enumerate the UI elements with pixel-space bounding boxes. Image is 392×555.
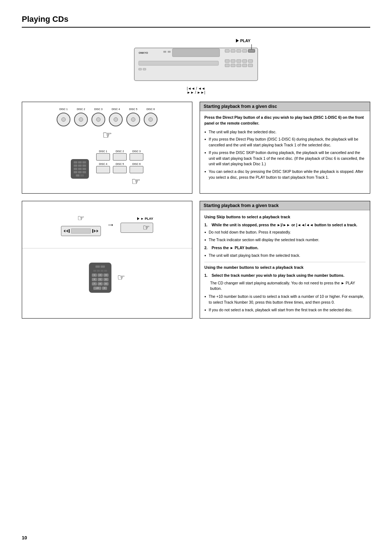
remote-disc6-label: DISC 6 — [132, 163, 141, 165]
num-btn-2: 2 — [98, 274, 103, 277]
hand-pointing-disc: ☞ — [102, 129, 112, 141]
subsection1-skip: Using Skip buttons to select a playback … — [204, 214, 366, 258]
disc5-label: DISC 5 — [126, 108, 140, 110]
hand-pointing-remote: ☞ — [131, 175, 140, 187]
top-diagram-area: PLAY ONKYO — [22, 39, 370, 94]
subsection1-steps: 1. While the unit is stopped, press the … — [204, 222, 366, 228]
num-btn-5: 5 — [98, 278, 103, 281]
section2-header: Starting playback from a given track — [200, 201, 370, 210]
svg-rect-14 — [231, 60, 235, 62]
num-btn-plus10: +10 — [93, 287, 101, 290]
section1-intro: Press the Direct Play button of a disc y… — [204, 115, 366, 126]
num-btn-1: 1 — [92, 274, 97, 277]
svg-rect-7 — [237, 49, 241, 52]
section-divider — [204, 262, 366, 262]
disc-diagram-box: DISC 1 DISC 2 DISC 3 DISC 4 DISC 5 DISC … — [22, 102, 192, 194]
svg-rect-20 — [237, 64, 241, 67]
svg-rect-5 — [225, 49, 229, 52]
subsection2-step1: 1. Select the track number you wish to p… — [204, 273, 366, 279]
num-btn-9: 9 — [103, 282, 109, 285]
subsection1-step2-bullet: The unit will start playing back from th… — [204, 253, 366, 259]
subsection1-bullets: Do not hold down the button. Press it re… — [204, 230, 366, 243]
svg-text:ONKYO: ONKYO — [139, 52, 148, 54]
subsection2-bullets: The +10 number button is used to select … — [204, 294, 366, 313]
remote-disc1-label: DISC 1 — [99, 150, 107, 153]
section1-text-box: Starting playback from a given disc Pres… — [200, 102, 370, 194]
svg-rect-22 — [248, 64, 253, 67]
page-title: Playing CDs — [22, 15, 370, 28]
disc2-button — [74, 113, 88, 126]
remote-disc4-label: DISC 4 — [99, 163, 107, 165]
skip-back-label: |◄◄ / ◄◄ — [187, 86, 205, 90]
section2-text-box: Starting playback from a given track Usi… — [200, 201, 370, 319]
skip-fwd-label: ►► / ►►| — [187, 90, 205, 94]
svg-rect-21 — [242, 64, 247, 67]
remote-disc5-label: DISC 5 — [116, 163, 124, 165]
subsection1-step2: 2. Press the ► PLAY button. — [204, 245, 366, 251]
disc3-button — [91, 113, 105, 126]
num-btn-6: 6 — [103, 278, 109, 281]
svg-rect-16 — [242, 60, 247, 62]
hand-skip: ☞ — [77, 214, 85, 223]
disc5-button — [126, 113, 140, 126]
svg-rect-10 — [139, 61, 219, 65]
remote-control-disc — [71, 159, 89, 179]
subsection2-step1-text: The CD changer will start playing automa… — [204, 280, 366, 292]
svg-rect-11 — [139, 68, 142, 70]
disc1-button — [57, 113, 70, 126]
subsection2-number: Using the number buttons to select a pla… — [204, 264, 366, 313]
sub1-bullet-1: The Track indicator section will display… — [204, 237, 366, 243]
bottom-section: ☞ → — [22, 201, 370, 319]
play-arrow-icon — [236, 39, 239, 42]
sub2-bullet-0: The +10 number button is used to select … — [204, 294, 366, 305]
num-btn-3: 3 — [103, 274, 109, 277]
num-btn-8: 8 — [98, 282, 103, 285]
svg-rect-6 — [231, 49, 235, 52]
subsection1-step1: 1. While the unit is stopped, press the … — [204, 222, 366, 228]
remote-disc-section: DISC 1 DISC 2 DISC 3 DISC 4 — [96, 150, 143, 187]
hand-number: ☞ — [117, 272, 125, 283]
sub2-bullet-1: If you do not select a track, playback w… — [204, 307, 366, 313]
svg-rect-2 — [163, 51, 166, 53]
svg-rect-12 — [143, 68, 146, 70]
disc2-label: DISC 2 — [74, 108, 88, 110]
disc3-label: DISC 3 — [91, 108, 105, 110]
svg-rect-8 — [242, 49, 247, 52]
svg-rect-23 — [248, 49, 255, 52]
disc1-label: DISC 1 — [57, 108, 70, 110]
svg-rect-4 — [172, 49, 220, 57]
left-diagrams-box: ☞ → — [22, 201, 192, 319]
svg-rect-3 — [168, 51, 171, 53]
play-device-body: ☞ — [121, 223, 153, 233]
page-number: 10 — [22, 535, 27, 540]
sub1-step2-bullet: The unit will start playing back from th… — [204, 253, 366, 259]
skip-device-display — [61, 226, 101, 236]
remote-number-full: 1 2 3 4 5 6 7 8 9 +10 — [89, 263, 111, 293]
step1-bold-skip: While the unit is stopped, press the ►|/… — [212, 223, 357, 227]
remote-disc2-label: DISC 2 — [116, 150, 124, 153]
step2-bold: Press the ► PLAY button. — [212, 246, 258, 250]
disc6-label: DISC 6 — [144, 108, 158, 110]
play-device-group: ► PLAY ☞ — [121, 217, 153, 233]
svg-rect-17 — [248, 60, 253, 62]
disc4-button — [109, 113, 123, 126]
section1-bullets: The unit will play back the selected dis… — [204, 129, 366, 181]
subsection2-steps: 1. Select the track number you wish to p… — [204, 273, 366, 279]
num-btn-7: 7 — [92, 282, 97, 285]
play-arrow-mini — [137, 217, 139, 220]
num-btn-4: 4 — [92, 278, 97, 281]
hand-play: ☞ — [143, 223, 150, 232]
sub1-bullet-0: Do not hold down the button. Press it re… — [204, 230, 366, 235]
num-btn-0: 0 — [102, 287, 107, 290]
subsection1-step2-list: 2. Press the ► PLAY button. — [204, 245, 366, 251]
svg-rect-19 — [231, 64, 235, 67]
svg-rect-18 — [225, 64, 229, 67]
svg-rect-13 — [225, 60, 229, 62]
disc-circles-row: DISC 1 DISC 2 DISC 3 DISC 4 DISC 5 DISC … — [57, 108, 158, 126]
section1-header: Starting playback from a given disc — [200, 102, 370, 111]
section1-bullet-3: You can select a disc by pressing the DI… — [204, 169, 366, 181]
number-buttons-diagram: 1 2 3 4 5 6 7 8 9 +10 — [22, 248, 192, 307]
arrow-right-skip: → — [107, 220, 115, 230]
section1-bullet-1: If you press the Direct Play button (DIS… — [204, 137, 366, 148]
cd-player-svg: ONKYO — [131, 44, 261, 84]
